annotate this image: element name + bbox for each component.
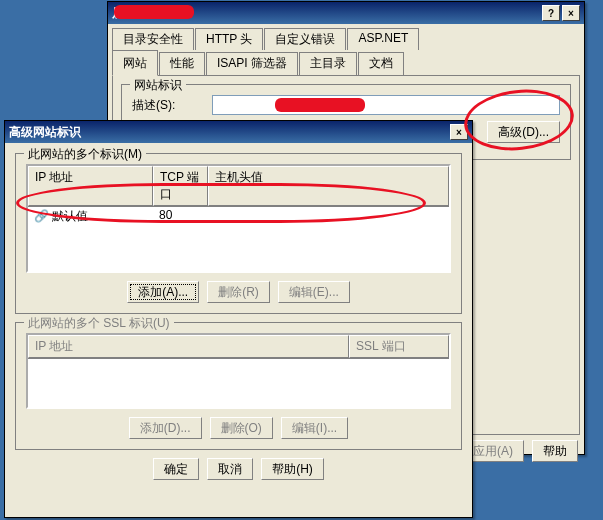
help-button[interactable]: ? xyxy=(542,5,560,21)
group-legend: 此网站的多个 SSL 标识(U) xyxy=(24,315,174,332)
help-button[interactable]: 帮助(H) xyxy=(261,458,324,480)
tab-documents[interactable]: 文档 xyxy=(358,52,404,76)
multi-identity-group: 此网站的多个标识(M) IP 地址 TCP 端口 主机头值 🔗 默认值 80 xyxy=(15,153,462,314)
advanced-button[interactable]: 高级(D)... xyxy=(487,121,560,143)
cell-ip: 默认值 xyxy=(52,209,88,223)
close-button[interactable]: × xyxy=(562,5,580,21)
tab-home-directory[interactable]: 主目录 xyxy=(299,52,357,76)
tab-performance[interactable]: 性能 xyxy=(159,52,205,76)
cell-host xyxy=(214,208,443,225)
titlebar: 高级网站标识 × xyxy=(5,121,472,143)
column-host-header[interactable]: 主机头值 xyxy=(208,166,449,206)
table-row[interactable]: 🔗 默认值 80 xyxy=(28,207,449,226)
edit-button: 编辑(I)... xyxy=(281,417,348,439)
tab-website[interactable]: 网站 xyxy=(112,50,158,76)
tab-http-headers[interactable]: HTTP 头 xyxy=(195,28,263,50)
group-legend: 此网站的多个标识(M) xyxy=(24,146,146,163)
titlebar: 属性 ? × xyxy=(108,2,584,24)
advanced-website-identity-window: 高级网站标识 × 此网站的多个标识(M) IP 地址 TCP 端口 主机头值 🔗… xyxy=(4,120,473,518)
dialog-button-row: 确定 取消 帮助(H) xyxy=(15,458,462,480)
description-label: 描述(S): xyxy=(132,97,212,114)
ok-button[interactable]: 确定 xyxy=(153,458,199,480)
help-button[interactable]: 帮助 xyxy=(532,440,578,462)
remove-button[interactable]: 删除(R) xyxy=(207,281,270,303)
column-ssl-ip: IP 地址 xyxy=(28,335,349,358)
column-tcp-port[interactable]: TCP 端口 xyxy=(153,166,208,206)
add-button[interactable]: 添加(A)... xyxy=(127,281,199,303)
ssl-identity-table: IP 地址 SSL 端口 xyxy=(26,333,451,409)
window-title: 属性 xyxy=(112,5,136,22)
column-ip[interactable]: IP 地址 xyxy=(28,166,153,206)
window-title: 高级网站标识 xyxy=(9,124,81,141)
tab-isapi[interactable]: ISAPI 筛选器 xyxy=(206,52,298,76)
add-button: 添加(D)... xyxy=(129,417,202,439)
tab-directory-security[interactable]: 目录安全性 xyxy=(112,28,194,50)
cell-port: 80 xyxy=(159,208,214,225)
group-legend: 网站标识 xyxy=(130,77,186,94)
tab-aspnet[interactable]: ASP.NET xyxy=(347,28,419,50)
remove-button: 删除(O) xyxy=(210,417,273,439)
tabstrip: 目录安全性 HTTP 头 自定义错误 ASP.NET 网站 性能 ISAPI 筛… xyxy=(108,24,584,76)
network-icon: 🔗 xyxy=(34,209,49,223)
edit-button[interactable]: 编辑(E)... xyxy=(278,281,350,303)
column-ssl-port: SSL 端口 xyxy=(349,335,449,358)
ssl-identity-group: 此网站的多个 SSL 标识(U) IP 地址 SSL 端口 添加(D)... 删… xyxy=(15,322,462,450)
tab-custom-errors[interactable]: 自定义错误 xyxy=(264,28,346,50)
description-input[interactable] xyxy=(212,95,560,115)
close-button[interactable]: × xyxy=(450,124,468,140)
cancel-button[interactable]: 取消 xyxy=(207,458,253,480)
identity-table[interactable]: IP 地址 TCP 端口 主机头值 🔗 默认值 80 xyxy=(26,164,451,273)
